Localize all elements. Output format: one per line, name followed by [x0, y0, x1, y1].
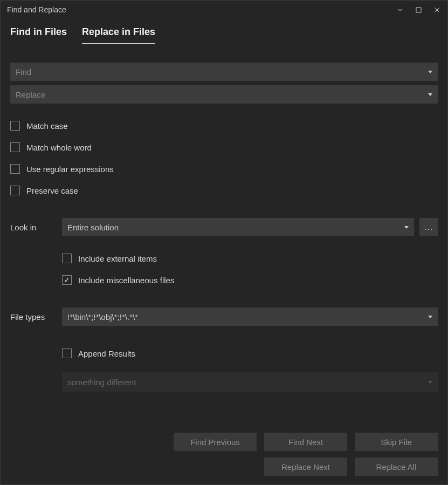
maximize-button[interactable] [414, 5, 423, 14]
chevron-down-icon [428, 93, 432, 96]
skip-file-button[interactable]: Skip File [355, 433, 438, 451]
find-placeholder: Find [16, 67, 428, 77]
tab-find-in-files[interactable]: Find in Files [10, 26, 67, 44]
titlebar: Find and Replace [1, 1, 447, 19]
close-button[interactable] [432, 5, 441, 14]
find-next-button[interactable]: Find Next [264, 433, 347, 451]
svg-rect-0 [416, 8, 421, 12]
browse-button[interactable]: ... [419, 218, 438, 236]
chevron-down-icon [404, 226, 409, 229]
include-external-label: Include external items [78, 254, 157, 263]
file-types-dropdown[interactable]: !*\bin\*;!*\obj\*;!*\.*\* [62, 308, 438, 326]
window-title: Find and Replace [7, 5, 66, 14]
preserve-case-checkbox[interactable] [10, 186, 20, 195]
find-input[interactable]: Find [10, 63, 438, 81]
chevron-down-icon [428, 316, 432, 318]
include-misc-label: Include miscellaneous files [78, 276, 174, 285]
look-in-label: Look in [10, 223, 62, 232]
look-in-dropdown[interactable]: Entire solution [62, 218, 414, 236]
replace-all-button[interactable]: Replace All [355, 457, 438, 476]
minimize-button[interactable] [396, 5, 404, 14]
button-row-2: Replace Next Replace All [1, 457, 447, 484]
match-case-label: Match case [26, 121, 68, 131]
replace-next-button[interactable]: Replace Next [264, 457, 347, 476]
file-types-label: File types [10, 312, 62, 322]
button-row-1: Find Previous Find Next Skip File [1, 433, 447, 457]
titlebar-controls [396, 5, 441, 14]
match-whole-word-checkbox[interactable] [10, 142, 20, 152]
include-misc-checkbox[interactable] [62, 275, 72, 285]
file-types-value: !*\bin\*;!*\obj\*;!*\.*\* [67, 312, 428, 322]
append-results-value: something different [67, 378, 428, 387]
preserve-case-label: Preserve case [26, 186, 78, 195]
use-regex-label: Use regular expressions [26, 165, 114, 174]
content-area: Find Replace Match case Match whole word… [1, 44, 447, 433]
look-in-value: Entire solution [67, 223, 404, 232]
append-results-label: Append Results [78, 349, 135, 358]
tabs: Find in Files Replace in Files [1, 19, 447, 44]
replace-input[interactable]: Replace [10, 85, 438, 104]
include-external-checkbox[interactable] [62, 254, 72, 263]
match-case-checkbox[interactable] [10, 121, 20, 131]
append-results-dropdown: something different [62, 372, 438, 392]
chevron-down-icon [428, 381, 432, 384]
append-results-checkbox[interactable] [62, 349, 72, 358]
tab-replace-in-files[interactable]: Replace in Files [82, 26, 155, 44]
use-regex-checkbox[interactable] [10, 164, 20, 174]
find-previous-button[interactable]: Find Previous [174, 433, 257, 451]
chevron-down-icon [428, 71, 432, 73]
match-whole-word-label: Match whole word [26, 143, 92, 152]
replace-placeholder: Replace [16, 90, 428, 99]
find-replace-window: Find and Replace Find in Files Replace i… [0, 0, 448, 485]
